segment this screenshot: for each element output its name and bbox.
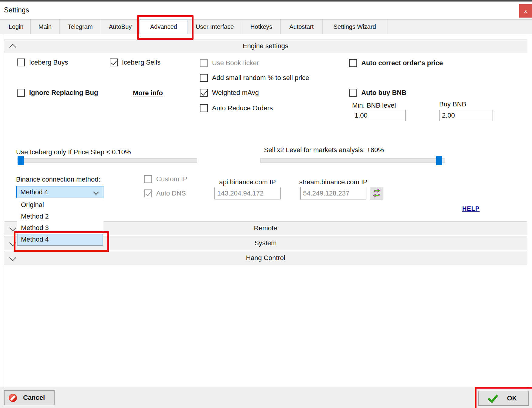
weighted-mavg-checkbox[interactable] [200,89,208,97]
checkbox-row-add-random[interactable]: Add small random % to sell price [200,74,309,82]
buy-bnb-label: Buy BNB [439,100,466,108]
use-bookticker-label: Use BookTicker [212,59,259,67]
option-method-2[interactable]: Method 2 [17,211,103,222]
auto-correct-price-label: Auto correct order's price [361,59,443,67]
checkbox-row-auto-buy-bnb[interactable]: Auto buy BNB [349,89,406,97]
weighted-mavg-label: Weighted mAvg [212,89,259,97]
section-header-engine-settings[interactable]: Engine settings [4,39,527,53]
stream-ip-label: stream.binance.com IP [298,178,368,186]
sell-x2-level-slider-label: Sell x2 Level for markets analysis: +80% [260,146,388,154]
checkbox-row-ignore-replacing[interactable]: Ignore Replacing Bug [17,89,98,97]
iceberg-sells-checkbox[interactable] [110,59,118,66]
api-ip-label: api.binance.com IP [214,178,281,186]
ok-button-label: OK [507,394,517,402]
ignore-replacing-bug-checkbox[interactable] [17,89,25,97]
tab-settings-wizard[interactable]: Settings Wizard [323,20,387,34]
close-button[interactable]: x [519,4,532,18]
stream-ip-input[interactable] [300,187,366,199]
cancel-button[interactable]: Cancel [4,390,55,405]
auto-reduce-orders-label: Auto Reduce Orders [212,104,273,112]
title-bar: Settings x [0,2,532,19]
tab-advanced[interactable]: Advanced [140,20,187,34]
auto-dns-checkbox [144,189,152,197]
add-random-percent-checkbox[interactable] [200,74,208,82]
iceberg-price-step-slider-track[interactable] [17,158,197,163]
tab-main[interactable]: Main [31,20,60,34]
refresh-ip-button[interactable] [370,187,383,199]
sell-x2-level-slider-track[interactable] [260,158,445,163]
binance-method-label: Binance connection method: [16,176,100,183]
custom-ip-checkbox [144,175,152,183]
binance-method-dropdown[interactable]: Method 4 [16,186,103,198]
tab-telegram[interactable]: Telegram [60,20,101,34]
option-original[interactable]: Original [17,199,103,211]
iceberg-sells-label: Iceberg Sells [122,59,160,66]
checkbox-row-use-bookticker: Use BookTicker [200,59,259,67]
footer-bar: Cancel OK [0,387,532,408]
auto-buy-bnb-checkbox[interactable] [349,89,357,97]
help-link[interactable]: HELP [462,205,480,212]
checkbox-row-custom-ip: Custom IP [144,175,187,183]
ok-button[interactable]: OK [478,391,529,406]
cancel-button-label: Cancel [23,394,45,402]
min-bnb-level-label: Min. BNB level [352,102,396,109]
cancel-icon [9,394,17,402]
buy-bnb-input[interactable] [439,110,493,121]
auto-reduce-orders-checkbox[interactable] [200,104,208,112]
checkbox-row-iceberg-sells[interactable]: Iceberg Sells [110,58,160,67]
hang-control-section-label: Hang Control [4,251,527,265]
binance-method-selected-value: Method 4 [17,188,48,196]
engine-settings-title: Engine settings [4,39,527,53]
settings-dialog: Demo Mode Settings x Login Main Telegram… [0,0,532,408]
iceberg-buys-checkbox[interactable] [17,59,25,66]
close-icon: x [524,8,527,14]
tab-user-interface[interactable]: User Interface [187,20,242,34]
checkbox-row-auto-reduce[interactable]: Auto Reduce Orders [200,104,273,112]
tab-bar: Login Main Telegram AutoBuy Advanced Use… [0,19,532,34]
checkbox-row-weighted-mavg[interactable]: Weighted mAvg [200,89,259,97]
checkbox-row-iceberg-buys[interactable]: Iceberg Buys [17,58,68,67]
min-bnb-level-input[interactable] [352,110,406,121]
add-random-percent-label: Add small random % to sell price [212,74,309,82]
refresh-ip-icon [372,189,381,198]
dialog-title: Settings [4,6,29,14]
checkbox-row-auto-correct[interactable]: Auto correct order's price [349,59,443,67]
auto-dns-label: Auto DNS [156,189,186,197]
use-bookticker-checkbox [200,59,208,67]
iceberg-price-step-slider-thumb[interactable] [18,156,24,165]
chevron-down-icon [93,189,99,195]
custom-ip-label: Custom IP [156,175,187,183]
ok-check-icon [488,392,498,403]
tab-login[interactable]: Login [2,20,31,34]
tab-hotkeys[interactable]: Hotkeys [242,20,281,34]
option-method-4[interactable]: Method 4 [17,234,103,245]
checkbox-row-auto-dns: Auto DNS [144,189,186,198]
auto-correct-price-checkbox[interactable] [349,59,357,67]
ignore-replacing-bug-label: Ignore Replacing Bug [29,89,98,97]
api-ip-input[interactable] [214,187,281,199]
binance-method-option-list: Original Method 2 Method 3 Method 4 [17,199,103,246]
tab-autostart[interactable]: Autostart [281,20,323,34]
iceberg-buys-label: Iceberg Buys [29,59,68,66]
option-method-3[interactable]: Method 3 [17,222,103,234]
more-info-link[interactable]: More info [133,89,163,97]
sell-x2-level-slider-thumb[interactable] [436,156,442,165]
section-header-hang-control[interactable]: Hang Control [4,251,527,265]
tab-autobuy[interactable]: AutoBuy [101,20,140,34]
iceberg-price-step-slider-label: Use Iceberg only If Price Step < 0.10% [16,148,131,156]
auto-buy-bnb-label: Auto buy BNB [361,89,406,97]
